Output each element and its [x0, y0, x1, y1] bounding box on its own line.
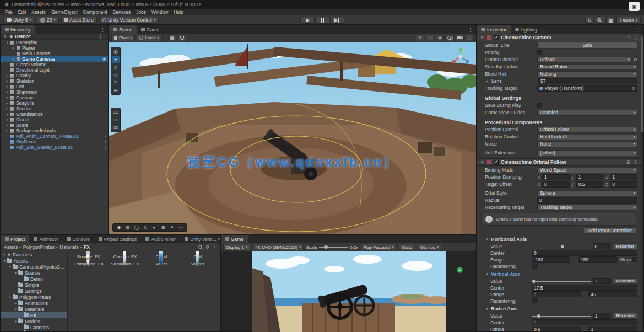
blend-hint-dropdown[interactable]: Nothing: [537, 71, 637, 77]
undo-history-button[interactable]: ↻: [585, 17, 594, 24]
rotation-control-dropdown[interactable]: Hard Look At: [537, 134, 637, 140]
expand-arrow-icon[interactable]: ▸: [5, 117, 10, 122]
tab-project-settings[interactable]: Project Settings: [94, 235, 142, 243]
expand-arrow-icon[interactable]: ▸: [5, 73, 10, 78]
project-folder-scripts[interactable]: Scripts: [1, 282, 67, 288]
asset-store-button[interactable]: Asset Store: [61, 17, 97, 24]
pivot-mode-dropdown[interactable]: Pivot ▾: [111, 35, 135, 41]
scrollbar-thumb[interactable]: [641, 36, 643, 132]
expand-arrow-icon[interactable]: ▸: [13, 301, 18, 306]
hierarchy-item-main-camera[interactable]: Main Camera: [1, 51, 108, 56]
tab-game-top[interactable]: Game: [137, 25, 164, 34]
asset-trampoline-fx[interactable]: Trampoline_FX: [72, 261, 106, 266]
value-slider[interactable]: [532, 279, 591, 284]
project-folder-animations[interactable]: ▸Animations: [1, 300, 67, 306]
step-button[interactable]: [330, 17, 344, 24]
center-field[interactable]: 1: [532, 319, 637, 325]
project-folder-settings[interactable]: Settings: [1, 288, 67, 294]
recentering-checkbox[interactable]: [532, 298, 537, 303]
tab-hierarchy[interactable]: Hierarchy: [1, 25, 35, 34]
center-field[interactable]: 17.5: [532, 285, 637, 291]
asset-waves[interactable]: Waves: [181, 261, 215, 266]
hierarchy-item-shipwreck[interactable]: ▸Shipwreck: [1, 89, 108, 95]
project-folder-favorites[interactable]: ▸★Favorites: [1, 251, 67, 258]
lighting-toggle-icon[interactable]: ☀: [416, 35, 424, 41]
add-extension-dropdown[interactable]: (select): [537, 150, 637, 156]
tab-animator[interactable]: Animator: [29, 235, 62, 243]
grid-menu-button[interactable]: ▦: [606, 17, 615, 24]
y-field[interactable]: 0.5: [576, 181, 604, 188]
screen-recorder-overlay-icon[interactable]: ▣: [629, 2, 640, 11]
overlay-tool-co[interactable]: CO: [112, 116, 120, 124]
recenter-button[interactable]: Recenter: [613, 278, 637, 284]
help-icon[interactable]: ?: [627, 35, 630, 40]
overlay-tool-off[interactable]: Off: [112, 124, 120, 131]
range-max-field[interactable]: 3: [588, 326, 637, 331]
scene-overflow-icon[interactable]: ⋮: [466, 35, 474, 41]
project-folder-assets[interactable]: ▾Assets: [1, 258, 67, 264]
expand-arrow-icon[interactable]: ▸: [2, 253, 7, 257]
hierarchy-item-backgroundislands[interactable]: ▸BackgroundIslands: [1, 128, 108, 133]
menu-assets[interactable]: Assets: [29, 9, 48, 15]
orbital-follow-header[interactable]: ▾ Cinemachine Orbital Follow ⊙⋮: [477, 158, 641, 166]
tab-unity-versi[interactable]: Unity Versi...▾: [180, 235, 220, 243]
menu-component[interactable]: Component: [80, 9, 110, 15]
overlay-more-icon[interactable]: ⋯: [177, 224, 185, 231]
panel-menu-icon[interactable]: ⋮: [466, 25, 476, 34]
hierarchy-item-clouds[interactable]: ▸Clouds: [1, 117, 108, 122]
scale-tool-icon[interactable]: ◇: [112, 71, 120, 78]
wrap-checkbox[interactable]: [632, 257, 637, 262]
range-min-field[interactable]: 0.6: [532, 326, 581, 331]
z-field[interactable]: 0: [610, 181, 637, 188]
inspector-scrollbar[interactable]: [641, 34, 643, 331]
tab-audio-mixer[interactable]: Audio Mixer: [141, 235, 180, 243]
rect-tool-icon[interactable]: □: [112, 79, 120, 86]
hierarchy-item-skydome[interactable]: SkyDome›: [1, 139, 108, 144]
hierarchy-item-sunrise[interactable]: ▸Sunrise: [1, 106, 108, 111]
tab-inspector[interactable]: Inspector: [477, 25, 511, 34]
view-tool-icon[interactable]: ◎: [112, 48, 120, 55]
solo-button[interactable]: Solo: [537, 42, 637, 49]
move-tool-icon[interactable]: +: [112, 56, 120, 63]
tab-game[interactable]: Game: [221, 235, 248, 243]
scale-slider[interactable]: [319, 244, 348, 250]
panel-menu-icon[interactable]: ⋮: [633, 25, 643, 34]
handle-orientation-dropdown[interactable]: Local ▾: [137, 35, 162, 41]
audio-toggle-icon[interactable]: ♪: [426, 35, 434, 41]
hierarchy-item-grandstands[interactable]: ▸Grandstands: [1, 111, 108, 117]
unity-hub-button[interactable]: Unity 6 ▾: [3, 17, 35, 24]
breadcrumb-item-polygonpirates[interactable]: PolygonPirates: [23, 244, 55, 250]
hierarchy-item-seagulls[interactable]: ▸Seagulls: [1, 100, 108, 106]
scene-viewport[interactable]: 技艺CG（www.qdnxxfb.cn） ◎ + ↻ ◇ □ ⊞ CCCOOff…: [109, 42, 476, 234]
recenter-button[interactable]: Recenter: [613, 243, 637, 249]
rotate-tool-icon[interactable]: ↻: [112, 63, 120, 71]
panel-menu-icon[interactable]: ⋮: [98, 25, 108, 34]
project-folder-cannons[interactable]: Cannons: [1, 324, 67, 330]
version-control-button[interactable]: Unity Version Control ▾: [99, 17, 159, 24]
project-folder-demo[interactable]: Demo: [1, 276, 67, 282]
center-field[interactable]: 0: [532, 250, 637, 256]
range-max-field[interactable]: 45: [588, 291, 637, 297]
menu-file[interactable]: File: [2, 9, 15, 15]
range-min-field[interactable]: -180: [532, 256, 570, 263]
search-icon[interactable]: [198, 245, 203, 250]
scene-visibility-icon[interactable]: [446, 35, 454, 41]
output-channel-dropdown[interactable]: Default: [537, 57, 632, 63]
game-viewport[interactable]: [221, 251, 476, 331]
hierarchy-item-cannon[interactable]: ▸Cannon: [1, 95, 108, 100]
grid-toggle-icon[interactable]: ▦: [124, 224, 132, 231]
slider-thumb[interactable]: [532, 280, 535, 283]
prefab-open-arrow[interactable]: ›: [105, 133, 108, 139]
expand-arrow-icon[interactable]: ▸: [5, 79, 10, 83]
display-dropdown[interactable]: Display 1 ▾: [223, 244, 250, 250]
slider-thumb[interactable]: [537, 314, 540, 318]
tab-project[interactable]: Project: [1, 235, 29, 243]
resolution-dropdown[interactable]: 4K UHD (3840x2160) ▾: [252, 244, 304, 250]
position-control-dropdown[interactable]: Orbital Follow: [537, 127, 637, 133]
visibility-eye-icon[interactable]: ◉: [102, 57, 108, 61]
breadcrumb-item-materials[interactable]: Materials: [59, 244, 78, 250]
project-folder-models[interactable]: ▾Models: [1, 318, 67, 324]
priority-checkbox[interactable]: [537, 50, 542, 55]
expand-arrow-icon[interactable]: ▸: [5, 90, 10, 94]
hierarchy-item-mdl-anim-cannon-tpose-01[interactable]: Mdl_Anim_Cannon_TPose.01›: [1, 133, 108, 139]
